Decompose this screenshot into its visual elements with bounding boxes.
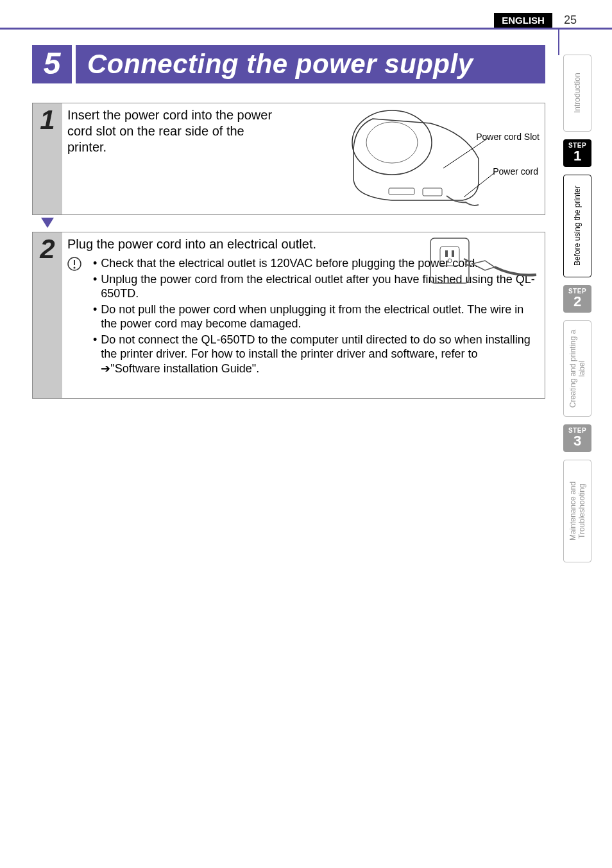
step-1-text: Insert the power cord into the power cor… xyxy=(67,107,279,155)
header-bar: ENGLISH 25 xyxy=(0,13,612,30)
svg-rect-3 xyxy=(423,188,442,196)
step-number-cell: 2 xyxy=(33,232,62,398)
list-item: •Do not pull the power cord when unplugg… xyxy=(93,302,538,331)
svg-point-8 xyxy=(74,267,76,269)
section-title: Connecting the power supply xyxy=(76,45,545,83)
outlet-figure xyxy=(424,235,540,299)
step-badge-1[interactable]: STEP 1 xyxy=(563,139,591,167)
section-title-row: 5 Connecting the power supply xyxy=(32,45,545,83)
page-number: 25 xyxy=(564,13,577,27)
tab-maintenance[interactable]: Maintenance and Troubleshooting xyxy=(563,460,591,562)
side-tabs: Introduction STEP 1 Before using the pri… xyxy=(563,55,591,562)
callout-slot: Power cord Slot xyxy=(476,132,540,143)
svg-point-1 xyxy=(366,122,418,163)
step-badge-3[interactable]: STEP 3 xyxy=(563,424,591,452)
step-badge-number: 1 xyxy=(563,149,591,163)
step-number-cell: 1 xyxy=(33,103,62,214)
svg-line-5 xyxy=(464,173,495,197)
svg-rect-11 xyxy=(445,250,448,257)
step-badge-2[interactable]: STEP 2 xyxy=(563,285,591,313)
svg-rect-2 xyxy=(389,188,414,195)
tab-introduction[interactable]: Introduction xyxy=(563,55,591,132)
section-number: 5 xyxy=(32,45,72,83)
svg-point-13 xyxy=(448,259,452,263)
step-2-text: Plug the power cord into an electrical o… xyxy=(67,236,375,252)
printer-figure: Power cord Slot Power cord xyxy=(328,107,540,210)
step-badge-number: 3 xyxy=(563,434,591,448)
tab-before-using[interactable]: Before using the printer xyxy=(563,175,591,277)
divider xyxy=(558,30,559,55)
svg-rect-9 xyxy=(430,238,469,283)
step-badge-number: 2 xyxy=(563,295,591,309)
callout-cord: Power cord xyxy=(493,166,538,178)
language-badge: ENGLISH xyxy=(494,13,552,28)
step-1-body: Insert the power cord into the power cor… xyxy=(62,103,545,214)
step-2-body: Plug the power cord into an electrical o… xyxy=(62,232,545,398)
step-number: 2 xyxy=(40,234,55,265)
step-1-block: 1 Insert the power cord into the power c… xyxy=(32,103,545,215)
list-item: •Do not connect the QL-650TD to the comp… xyxy=(93,333,538,376)
step-number: 1 xyxy=(40,105,55,135)
main-content: 5 Connecting the power supply 1 Insert t… xyxy=(32,45,545,401)
tab-creating[interactable]: Creating and printing a label xyxy=(563,320,591,417)
step-2-block: 2 Plug the power cord into an electrical… xyxy=(32,232,545,399)
caution-icon xyxy=(67,257,81,271)
svg-line-15 xyxy=(465,265,472,266)
down-arrow-icon xyxy=(41,218,54,228)
svg-rect-12 xyxy=(452,250,454,257)
